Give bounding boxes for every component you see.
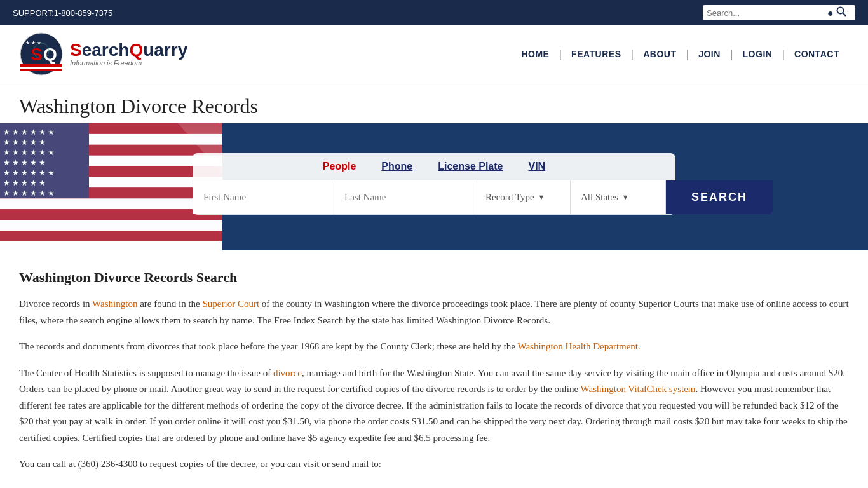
main-nav: HOME | FEATURES | ABOUT | JOIN | LOGIN |… [512, 48, 849, 61]
link-superior-court[interactable]: Superior Court [202, 299, 259, 309]
nav-features[interactable]: FEATURES [562, 49, 630, 59]
record-type-dropdown[interactable]: Record Type ▼ [475, 180, 571, 214]
nav-contact[interactable]: CONTACT [785, 49, 849, 59]
record-type-label: Record Type [485, 192, 534, 203]
page-title: Washington Divorce Records [19, 95, 849, 118]
logo-area: S Q ★ ★ ★ SearchQuarry Information is Fr… [19, 32, 187, 76]
tab-people[interactable]: People [323, 161, 356, 172]
site-header: S Q ★ ★ ★ SearchQuarry Information is Fr… [0, 25, 868, 83]
record-type-arrow: ▼ [538, 193, 545, 201]
logo-subtitle: Information is Freedom [70, 59, 187, 67]
search-form: Record Type ▼ All States ▼ SEARCH [193, 180, 675, 215]
link-health-dept[interactable]: Washington Health Department. [517, 341, 640, 351]
svg-text:S: S [31, 44, 43, 64]
top-search-button[interactable]: ● [827, 6, 846, 19]
svg-text:Q: Q [43, 44, 57, 64]
search-tabs: People Phone License Plate VIN [193, 153, 675, 180]
nav-join[interactable]: JOIN [689, 49, 730, 59]
svg-marker-31 [0, 123, 222, 250]
logo-title: SearchQuarry [70, 41, 187, 59]
tab-license-plate[interactable]: License Plate [438, 161, 503, 172]
last-name-input[interactable] [334, 180, 475, 214]
logo-text: SearchQuarry Information is Freedom [70, 41, 187, 67]
all-states-arrow: ▼ [622, 193, 629, 201]
nav-login[interactable]: LOGIN [733, 49, 782, 59]
search-button[interactable]: SEARCH [666, 180, 773, 214]
hero-banner: ★ ★ ★ ★ ★ ★ ★ ★ ★ ★ ★ ★ ★ ★ ★ ★ ★ ★ ★ ★ … [0, 123, 868, 250]
link-divorce[interactable]: divorce [273, 368, 302, 378]
flag-decoration: ★ ★ ★ ★ ★ ★ ★ ★ ★ ★ ★ ★ ★ ★ ★ ★ ★ ★ ★ ★ … [0, 123, 222, 250]
page-title-area: Washington Divorce Records [0, 83, 868, 123]
svg-line-1 [843, 13, 846, 17]
content-title: Washington Divorce Records Search [19, 269, 849, 286]
top-bar: SUPPORT:1-800-859-7375 ● [0, 0, 868, 25]
content-paragraph-4: You can call at (360) 236-4300 to reques… [19, 456, 849, 473]
search-widget: People Phone License Plate VIN Record Ty… [193, 153, 675, 215]
content-paragraph-1: Divorce records in Washington are found … [19, 296, 849, 329]
support-phone: SUPPORT:1-800-859-7375 [13, 8, 112, 18]
top-search-bar[interactable]: ● [703, 5, 855, 20]
content-paragraph-3: The Center of Health Statistics is suppo… [19, 365, 849, 447]
svg-rect-8 [20, 69, 62, 71]
link-vitalchek[interactable]: Washington VitalChek system [581, 384, 696, 394]
content-paragraph-2: The records and documents from divorces … [19, 339, 849, 355]
nav-home[interactable]: HOME [512, 49, 559, 59]
link-washington[interactable]: Washington [92, 299, 137, 309]
svg-rect-6 [20, 64, 62, 67]
svg-rect-7 [20, 67, 62, 69]
content-area: Washington Divorce Records Search Divorc… [0, 250, 868, 488]
svg-text:★ ★ ★: ★ ★ ★ [25, 40, 41, 46]
svg-point-0 [837, 8, 844, 14]
all-states-dropdown[interactable]: All States ▼ [571, 180, 666, 214]
top-search-input[interactable] [707, 8, 827, 18]
tab-phone[interactable]: Phone [381, 161, 412, 172]
tab-vin[interactable]: VIN [528, 161, 545, 172]
logo-icon: S Q ★ ★ ★ [19, 32, 64, 76]
all-states-label: All States [581, 192, 618, 203]
first-name-input[interactable] [193, 180, 334, 214]
nav-about[interactable]: ABOUT [634, 49, 686, 59]
